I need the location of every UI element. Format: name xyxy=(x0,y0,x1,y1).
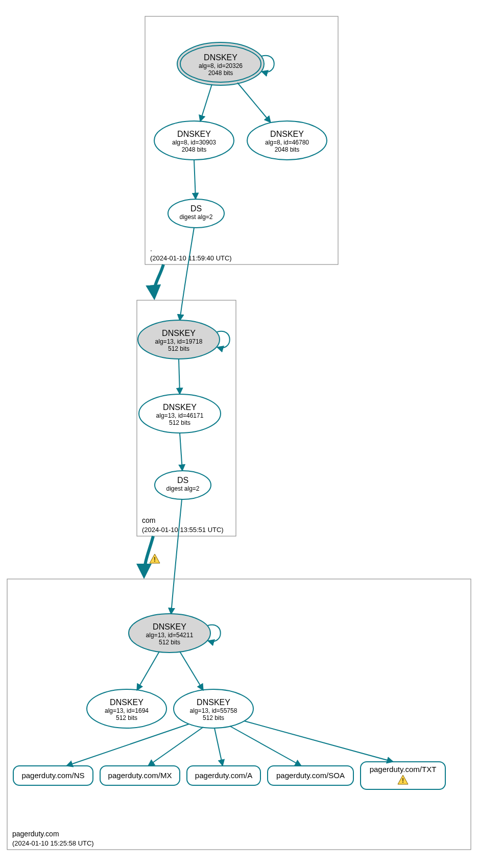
root-zsk2-node: DNSKEY alg=8, id=46780 2048 bits xyxy=(247,121,327,160)
svg-text:512 bits: 512 bits xyxy=(116,714,137,721)
edge-pdzsk2-to-ns xyxy=(66,724,189,766)
pd-ksk-node: DNSKEY alg=13, id=54211 512 bits xyxy=(129,614,221,653)
zone-root-timestamp: (2024-01-10 11:59:40 UTC) xyxy=(150,254,232,262)
edge-pdzsk2-to-a xyxy=(214,728,223,766)
svg-text:DNSKEY: DNSKEY xyxy=(162,329,196,337)
edge-pdzsk2-to-mx xyxy=(148,727,203,766)
svg-text:pagerduty.com/SOA: pagerduty.com/SOA xyxy=(276,771,345,780)
edge-rootksk-to-zsk1 xyxy=(200,84,212,122)
zone-pd-label: pagerduty.com xyxy=(12,830,59,838)
com-zsk-node: DNSKEY alg=13, id=46171 512 bits xyxy=(139,394,221,433)
svg-text:512 bits: 512 bits xyxy=(169,419,190,426)
root-ksk-node: DNSKEY alg=8, id=20326 2048 bits xyxy=(177,42,274,85)
svg-text:512 bits: 512 bits xyxy=(168,345,189,352)
svg-text:512 bits: 512 bits xyxy=(203,714,224,721)
svg-text:alg=8, id=20326: alg=8, id=20326 xyxy=(199,62,243,69)
com-ksk-node: DNSKEY alg=13, id=19718 512 bits xyxy=(138,320,230,359)
pd-zsk1-node: DNSKEY alg=13, id=1694 512 bits xyxy=(87,689,166,728)
svg-text:2048 bits: 2048 bits xyxy=(182,146,207,153)
com-ds-node: DS digest alg=2 xyxy=(155,471,211,499)
edge-pdzsk2-to-txt xyxy=(244,721,393,762)
zone-pagerduty: pagerduty.com (2024-01-10 15:25:58 UTC) … xyxy=(7,579,471,850)
zone-com: com (2024-01-10 13:55:51 UTC) DNSKEY alg… xyxy=(137,300,236,536)
zone-com-label: com xyxy=(142,516,155,524)
svg-text:!: ! xyxy=(154,556,156,563)
warning-icon: ! xyxy=(150,554,160,563)
edge-comds-to-pdksk xyxy=(171,499,182,614)
svg-text:pagerduty.com/NS: pagerduty.com/NS xyxy=(21,771,84,780)
svg-text:DNSKEY: DNSKEY xyxy=(177,130,211,138)
edge-comksk-to-comzsk xyxy=(179,359,180,394)
zone-pd-timestamp: (2024-01-10 15:25:58 UTC) xyxy=(12,839,94,847)
svg-text:DNSKEY: DNSKEY xyxy=(163,403,197,412)
svg-text:DNSKEY: DNSKEY xyxy=(197,698,230,707)
edge-pdksk-to-zsk1 xyxy=(137,652,159,690)
svg-text:alg=8, id=30903: alg=8, id=30903 xyxy=(172,139,216,146)
svg-text:DNSKEY: DNSKEY xyxy=(204,53,237,62)
svg-text:digest alg=2: digest alg=2 xyxy=(166,485,199,492)
root-zsk1-node: DNSKEY alg=8, id=30903 2048 bits xyxy=(154,121,234,160)
svg-text:alg=13, id=19718: alg=13, id=19718 xyxy=(155,338,203,345)
svg-text:DS: DS xyxy=(177,476,188,485)
dnssec-graph: . (2024-01-10 11:59:40 UTC) DNSKEY alg=8… xyxy=(0,0,478,868)
edge-pdzsk2-to-soa xyxy=(230,726,301,766)
svg-text:digest alg=2: digest alg=2 xyxy=(179,213,212,221)
svg-text:pagerduty.com/TXT: pagerduty.com/TXT xyxy=(370,765,437,774)
zone-com-timestamp: (2024-01-10 13:55:51 UTC) xyxy=(142,526,224,534)
svg-text:DS: DS xyxy=(190,204,202,213)
pd-zsk2-node: DNSKEY alg=13, id=55758 512 bits xyxy=(174,689,253,728)
svg-text:alg=8, id=46780: alg=8, id=46780 xyxy=(265,139,309,146)
edge-pdksk-to-zsk2 xyxy=(180,652,203,690)
svg-text:!: ! xyxy=(402,777,404,784)
svg-text:pagerduty.com/A: pagerduty.com/A xyxy=(195,771,252,780)
edge-rootksk-to-zsk2 xyxy=(237,83,271,123)
svg-text:2048 bits: 2048 bits xyxy=(275,146,300,153)
svg-text:512 bits: 512 bits xyxy=(159,639,180,646)
record-ns: pagerduty.com/NS xyxy=(13,766,93,785)
record-a: pagerduty.com/A xyxy=(187,766,260,785)
edge-comzsk-to-comds xyxy=(180,433,182,471)
zone-root-label: . xyxy=(150,245,152,253)
edge-rootzone-to-comzone xyxy=(154,264,163,297)
svg-text:alg=13, id=55758: alg=13, id=55758 xyxy=(190,707,237,714)
svg-text:DNSKEY: DNSKEY xyxy=(270,130,304,138)
record-txt: pagerduty.com/TXT ! xyxy=(361,762,445,789)
edge-rootzsk1-to-ds xyxy=(194,160,196,199)
svg-text:alg=13, id=46171: alg=13, id=46171 xyxy=(156,412,204,419)
record-mx: pagerduty.com/MX xyxy=(100,766,180,785)
svg-text:DNSKEY: DNSKEY xyxy=(153,622,186,631)
svg-text:alg=13, id=1694: alg=13, id=1694 xyxy=(105,707,149,714)
svg-text:DNSKEY: DNSKEY xyxy=(110,698,144,707)
edge-comzone-to-pdzone xyxy=(144,536,153,576)
record-soa: pagerduty.com/SOA xyxy=(268,766,353,785)
edge-rootds-to-comksk xyxy=(180,228,194,321)
svg-text:alg=13, id=54211: alg=13, id=54211 xyxy=(146,632,194,639)
zone-root: . (2024-01-10 11:59:40 UTC) DNSKEY alg=8… xyxy=(145,16,338,264)
root-ds-node: DS digest alg=2 xyxy=(168,199,224,228)
svg-text:pagerduty.com/MX: pagerduty.com/MX xyxy=(108,771,172,780)
svg-text:2048 bits: 2048 bits xyxy=(208,69,233,77)
